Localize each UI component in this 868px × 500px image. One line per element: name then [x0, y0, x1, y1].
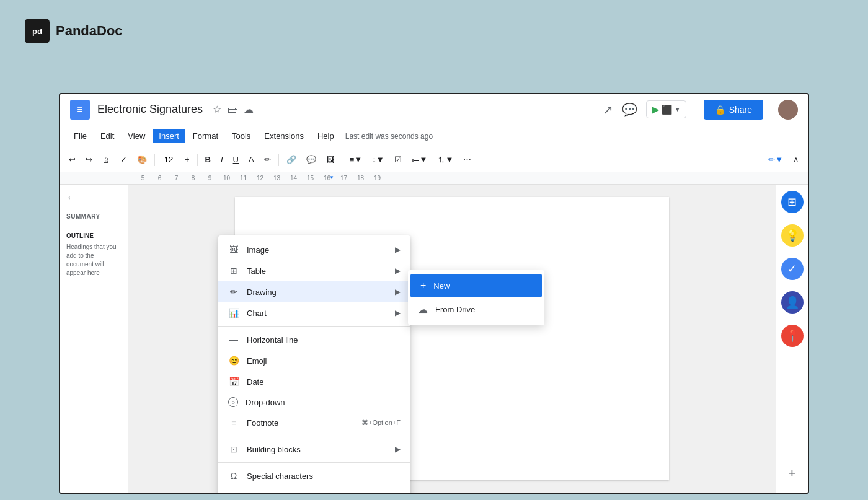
menu-bar: File Edit View Insert Format Tools Exten…: [60, 125, 808, 147]
menu-tools[interactable]: Tools: [226, 129, 257, 143]
image-arrow-icon: ▶: [395, 245, 401, 254]
insert-drawing[interactable]: ✏ Drawing ▶: [218, 281, 410, 302]
comment-inline-btn[interactable]: 💬: [303, 152, 320, 167]
image-btn[interactable]: 🖼: [322, 152, 338, 167]
menu-divider-1: [218, 326, 410, 327]
align-btn[interactable]: ≡▼: [346, 152, 366, 167]
insert-chart[interactable]: 📊 Chart ▶: [218, 302, 410, 323]
special-chars-menu-label: Special characters: [247, 471, 401, 481]
share-button[interactable]: 🔒 Share: [704, 100, 763, 120]
sidebar-left: ← SUMMARY OUTLINE Headings that you add …: [60, 185, 128, 493]
contacts-icon[interactable]: 👤: [781, 291, 804, 314]
collapse-btn[interactable]: ∧: [789, 152, 803, 167]
insert-emoji[interactable]: 😊 Emoji: [218, 350, 410, 371]
content-area: ← SUMMARY OUTLINE Headings that you add …: [60, 185, 808, 493]
ruler-mark: 19: [369, 175, 386, 182]
user-avatar[interactable]: [778, 100, 798, 120]
special-chars-menu-icon: Ω: [228, 470, 239, 481]
spellcheck-btn[interactable]: ✓: [117, 152, 131, 167]
line-spacing-btn[interactable]: ↕▼: [368, 152, 388, 167]
insert-table[interactable]: ⊞ Table ▶: [218, 260, 410, 281]
ruler-mark: 10: [218, 175, 235, 182]
chart-arrow-icon: ▶: [395, 309, 401, 317]
back-button[interactable]: ←: [66, 192, 122, 203]
image-menu-icon: 🖼: [228, 244, 239, 255]
date-menu-label: Date: [247, 377, 401, 387]
equation-menu-icon: π²: [228, 491, 239, 494]
menu-edit[interactable]: Edit: [94, 129, 120, 143]
keep-icon[interactable]: 💡: [781, 224, 804, 247]
edit-mode-btn[interactable]: ✏▼: [764, 152, 787, 167]
drawing-menu-label: Drawing: [247, 287, 388, 297]
last-edit-label: Last edit was seconds ago: [345, 132, 433, 141]
title-bar: ≡ Electronic Signatures ☆ 🗁 ☁ ↗ 💬 ▶ ⬛ ▼ …: [60, 94, 808, 125]
dropdown-menu-label: Drop-down: [246, 398, 401, 407]
meet-button[interactable]: ▶ ⬛ ▼: [646, 100, 686, 118]
building-blocks-arrow-icon: ▶: [395, 445, 401, 454]
font-size-input[interactable]: 12: [159, 155, 179, 164]
numbered-list-btn[interactable]: ⒈▼: [433, 152, 457, 168]
format-bar: ↩ ↪ 🖨 ✓ 🎨 12 + B I U A ✏ 🔗 💬 🖼 ≡▼ ↕▼ ☑ ≔…: [60, 147, 808, 172]
underline-btn[interactable]: U: [229, 152, 242, 167]
font-size-plus[interactable]: +: [181, 152, 193, 167]
insert-equation[interactable]: π² Equation: [218, 486, 410, 494]
folder-icon[interactable]: 🗁: [228, 104, 237, 115]
hline-menu-label: Horizontal line: [247, 335, 401, 344]
ruler-mark: 11: [235, 175, 252, 182]
lock-icon: 🔒: [715, 105, 725, 115]
more-btn[interactable]: ⋯: [459, 152, 475, 167]
table-arrow-icon: ▶: [395, 266, 401, 275]
text-color-btn[interactable]: A: [245, 152, 258, 167]
drawing-from-drive[interactable]: ☁ From Drive: [408, 297, 544, 322]
chart-menu-label: Chart: [247, 309, 388, 318]
print-btn[interactable]: 🖨: [99, 152, 114, 167]
comment-icon[interactable]: 💬: [622, 102, 637, 117]
pandadoc-logo: pd PandaDoc: [25, 19, 123, 43]
ruler: 5 6 7 8 9 10 11 12 13 14 15 16 ▼ 17 18 1…: [60, 172, 808, 185]
highlight-btn[interactable]: ✏: [260, 152, 275, 167]
redo-btn[interactable]: ↪: [82, 152, 96, 167]
insert-dropdown[interactable]: ○ Drop-down: [218, 392, 410, 412]
add-addon-button[interactable]: +: [788, 465, 796, 481]
menu-view[interactable]: View: [122, 129, 151, 143]
bullet-list-btn[interactable]: ≔▼: [408, 152, 432, 167]
emoji-menu-icon: 😊: [228, 355, 239, 366]
link-btn[interactable]: 🔗: [283, 152, 300, 167]
ruler-mark: 9: [202, 175, 218, 182]
from-drive-icon: ☁: [418, 304, 428, 315]
sidebar-right: ⊞ 💡 ✓ 👤 📍 +: [776, 185, 808, 493]
sheets-icon[interactable]: ⊞: [781, 191, 804, 213]
italic-btn[interactable]: I: [217, 152, 227, 167]
ruler-mark: 14: [285, 175, 302, 182]
hline-menu-icon: —: [228, 334, 239, 345]
ruler-mark: 7: [168, 175, 185, 182]
maps-icon[interactable]: 📍: [781, 325, 804, 347]
drawing-menu-icon: ✏: [228, 286, 239, 297]
checklist-btn[interactable]: ☑: [391, 152, 405, 167]
ruler-mark: 15: [302, 175, 319, 182]
insert-building-blocks[interactable]: ⊡ Building blocks ▶: [218, 439, 410, 460]
trending-icon[interactable]: ↗: [603, 102, 613, 117]
menu-extensions[interactable]: Extensions: [258, 129, 310, 143]
drawing-new[interactable]: + New: [410, 274, 542, 297]
doc-title: Electronic Signatures: [97, 103, 203, 116]
insert-hline[interactable]: — Horizontal line: [218, 329, 410, 350]
menu-file[interactable]: File: [68, 129, 93, 143]
star-icon[interactable]: ☆: [213, 103, 221, 115]
menu-help[interactable]: Help: [311, 129, 340, 143]
insert-footnote[interactable]: ≡ Footnote ⌘+Option+F: [218, 412, 410, 433]
menu-insert[interactable]: Insert: [153, 129, 185, 143]
cloud-icon[interactable]: ☁: [244, 103, 254, 115]
insert-date[interactable]: 📅 Date: [218, 371, 410, 392]
tasks-icon[interactable]: ✓: [781, 258, 804, 280]
undo-btn[interactable]: ↩: [65, 152, 79, 167]
insert-special-chars[interactable]: Ω Special characters: [218, 465, 410, 486]
ruler-mark: 16 ▼: [319, 175, 335, 182]
menu-format[interactable]: Format: [187, 129, 224, 143]
title-icons: ☆ 🗁 ☁: [213, 103, 254, 115]
ruler-mark: 8: [185, 175, 202, 182]
paint-format-btn[interactable]: 🎨: [133, 152, 151, 167]
doc-window: ≡ Electronic Signatures ☆ 🗁 ☁ ↗ 💬 ▶ ⬛ ▼ …: [59, 93, 809, 494]
bold-btn[interactable]: B: [202, 152, 215, 167]
insert-image[interactable]: 🖼 Image ▶: [218, 239, 410, 260]
